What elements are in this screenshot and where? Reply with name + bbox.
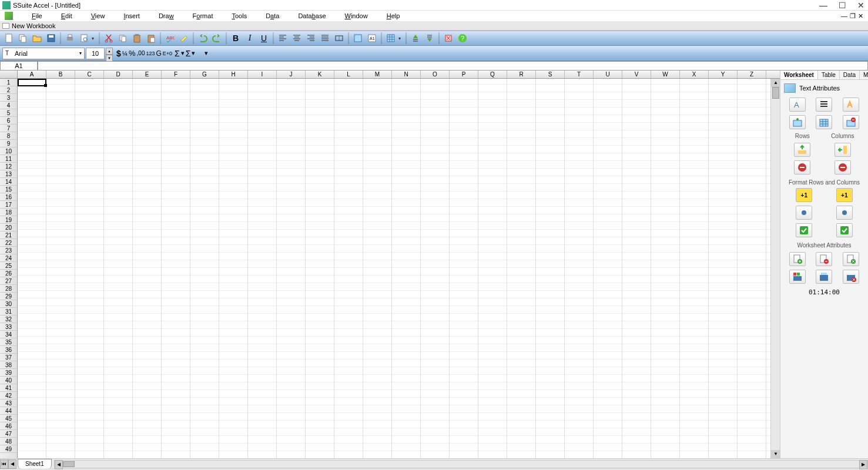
undo-button[interactable] [196, 32, 209, 45]
row-header[interactable]: 38 [0, 361, 17, 369]
hscroll-thumb[interactable] [63, 461, 75, 467]
sigma2-dropdown[interactable]: ▾ [192, 49, 195, 57]
copy2-button[interactable] [116, 32, 129, 45]
column-header[interactable]: P [450, 70, 478, 78]
select-all-corner[interactable] [0, 70, 18, 78]
align-attr-button[interactable] [816, 98, 832, 112]
column-header[interactable]: G [190, 70, 219, 78]
cells-area[interactable] [18, 79, 770, 458]
insert-cells-button[interactable] [789, 115, 806, 129]
menu-format[interactable]: Format [193, 12, 213, 19]
row-header[interactable]: 45 [0, 415, 17, 422]
column-header[interactable]: C [75, 70, 104, 78]
row-header[interactable]: 31 [0, 308, 17, 315]
row-header[interactable]: 35 [0, 338, 17, 346]
row-header[interactable]: 32 [0, 315, 17, 323]
percent-button[interactable]: % [129, 49, 136, 58]
row-header[interactable]: 15 [0, 186, 17, 193]
font-attr-button[interactable]: A [789, 98, 806, 112]
save-button[interactable] [45, 32, 58, 45]
row-header[interactable]: 49 [0, 445, 17, 453]
side-tab-table[interactable]: Table [818, 70, 840, 79]
column-header[interactable]: U [594, 70, 622, 78]
help-button[interactable]: ? [456, 32, 469, 45]
column-header[interactable]: L [334, 70, 363, 78]
row-header[interactable]: 14 [0, 178, 17, 186]
row-header[interactable]: 4 [0, 102, 17, 109]
row-header[interactable]: 28 [0, 285, 17, 293]
hscroll-left[interactable]: ◀ [55, 460, 63, 469]
row-header[interactable]: 47 [0, 430, 17, 438]
merge-cells-button[interactable] [333, 32, 346, 45]
row-autofit-button[interactable] [796, 206, 812, 220]
row-header[interactable]: 18 [0, 209, 17, 216]
delete-column-button[interactable] [835, 160, 851, 174]
col-autofit-button[interactable] [836, 206, 853, 220]
row-header[interactable]: 30 [0, 300, 17, 308]
cell-reference-box[interactable] [0, 61, 38, 70]
row-header[interactable]: 25 [0, 262, 17, 270]
column-header[interactable]: A [18, 70, 46, 78]
check-dropdown[interactable]: ▾ [205, 49, 208, 57]
insert-row-button[interactable] [794, 143, 810, 157]
row-header[interactable]: 29 [0, 293, 17, 300]
column-header[interactable]: E [133, 70, 162, 78]
currency-button[interactable]: $ [116, 49, 121, 58]
side-tab-data[interactable]: Data [840, 70, 860, 79]
row-header[interactable]: 1 [0, 79, 17, 86]
column-header[interactable]: I [248, 70, 277, 78]
insert-column-button[interactable] [835, 143, 851, 157]
row-header[interactable]: 8 [0, 132, 17, 140]
vscroll-thumb[interactable] [772, 87, 779, 99]
font-size-spinner[interactable]: ▲▼ [106, 48, 113, 59]
row-height-plus-button[interactable]: +1 [796, 188, 812, 202]
row-header[interactable]: 34 [0, 331, 17, 338]
print-button[interactable] [63, 32, 76, 45]
row-header[interactable]: 19 [0, 216, 17, 224]
menu-database[interactable]: Database [298, 12, 326, 19]
row-header[interactable]: 46 [0, 422, 17, 430]
column-header[interactable]: T [565, 70, 594, 78]
sigma2-button[interactable]: Σ [186, 49, 191, 58]
column-header[interactable]: S [536, 70, 565, 78]
doc-tab-label[interactable]: New Workbook [12, 22, 55, 29]
row-header[interactable]: 3 [0, 94, 17, 102]
row-header[interactable]: 40 [0, 377, 17, 384]
row-header[interactable]: 39 [0, 369, 17, 377]
menu-tools[interactable]: Tools [232, 12, 247, 19]
row-header[interactable]: 5 [0, 109, 17, 117]
sum-dropdown[interactable]: ▾ [181, 49, 185, 57]
copy-button[interactable] [16, 32, 29, 45]
row-header[interactable]: 23 [0, 247, 17, 254]
column-header[interactable]: F [162, 70, 190, 78]
menu-data[interactable]: Data [266, 12, 279, 19]
printpreview-button[interactable] [78, 32, 91, 45]
menu-edit[interactable]: Edit [61, 12, 72, 19]
sum-button[interactable]: Σ [175, 49, 180, 58]
sheet-nav-first[interactable]: ⏮ [0, 459, 8, 469]
vertical-scrollbar[interactable]: ▲ ▼ [770, 79, 780, 458]
row-header[interactable]: 9 [0, 140, 17, 147]
new-button[interactable] [2, 32, 15, 45]
row-header[interactable]: 11 [0, 155, 17, 163]
column-header[interactable]: Y [709, 70, 738, 78]
fraction-button[interactable]: ¼ [122, 50, 128, 57]
scientific-button[interactable]: E+0 [163, 51, 172, 56]
delete-button[interactable] [442, 32, 455, 45]
general-button[interactable]: G [156, 49, 161, 58]
delete-row-button[interactable] [794, 160, 810, 174]
row-header[interactable]: 44 [0, 407, 17, 415]
menu-help[interactable]: Help [387, 12, 400, 19]
sheet-tab[interactable]: Sheet1 [18, 459, 52, 469]
column-header[interactable]: B [46, 70, 75, 78]
mdi-close[interactable]: ✕ [858, 12, 863, 20]
scroll-down-arrow[interactable]: ▼ [771, 450, 780, 458]
row-header[interactable]: 7 [0, 125, 17, 132]
row-header[interactable]: 33 [0, 323, 17, 331]
remove-sheet-button[interactable] [816, 252, 832, 266]
highlight-button[interactable] [177, 32, 190, 45]
print-dropdown[interactable]: ▾ [92, 36, 96, 41]
side-tab-map[interactable]: Map [860, 70, 868, 79]
row-header[interactable]: 13 [0, 170, 17, 178]
decimal-button[interactable]: ,00 [137, 50, 145, 56]
